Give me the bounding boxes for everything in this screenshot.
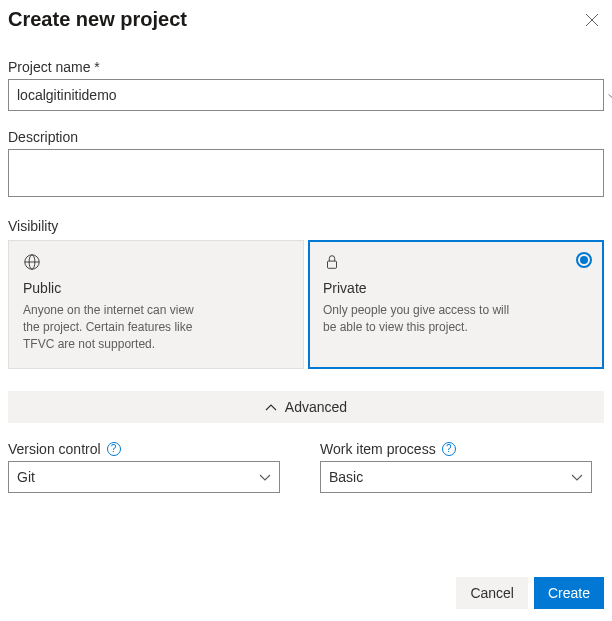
visibility-label: Visibility (8, 218, 604, 234)
description-label: Description (8, 129, 604, 145)
chevron-down-icon (571, 469, 583, 485)
dialog-title: Create new project (8, 8, 187, 31)
chevron-down-icon (608, 87, 612, 103)
project-name-input[interactable] (8, 79, 604, 111)
close-icon (584, 12, 600, 31)
help-icon[interactable]: ? (107, 442, 121, 456)
version-control-label: Version control (8, 441, 101, 457)
lock-icon (323, 253, 589, 274)
radio-selected-icon (576, 252, 592, 268)
cancel-button[interactable]: Cancel (456, 577, 528, 609)
advanced-toggle-label: Advanced (285, 399, 347, 415)
close-button[interactable] (580, 8, 604, 35)
work-item-process-label: Work item process (320, 441, 436, 457)
chevron-down-icon (259, 469, 271, 485)
work-item-process-value: Basic (329, 469, 363, 485)
version-control-select[interactable]: Git (8, 461, 280, 493)
svg-rect-5 (328, 261, 337, 268)
visibility-option-private[interactable]: Private Only people you give access to w… (308, 240, 604, 369)
visibility-public-desc: Anyone on the internet can view the proj… (23, 302, 213, 352)
advanced-toggle[interactable]: Advanced (8, 391, 604, 423)
work-item-process-select[interactable]: Basic (320, 461, 592, 493)
project-name-label: Project name * (8, 59, 604, 75)
version-control-value: Git (17, 469, 35, 485)
create-button[interactable]: Create (534, 577, 604, 609)
description-input[interactable] (8, 149, 604, 197)
globe-icon (23, 253, 289, 274)
visibility-private-desc: Only people you give access to will be a… (323, 302, 513, 336)
visibility-public-title: Public (23, 280, 289, 296)
help-icon[interactable]: ? (442, 442, 456, 456)
chevron-up-icon (265, 399, 277, 415)
visibility-option-public[interactable]: Public Anyone on the internet can view t… (8, 240, 304, 369)
visibility-private-title: Private (323, 280, 589, 296)
